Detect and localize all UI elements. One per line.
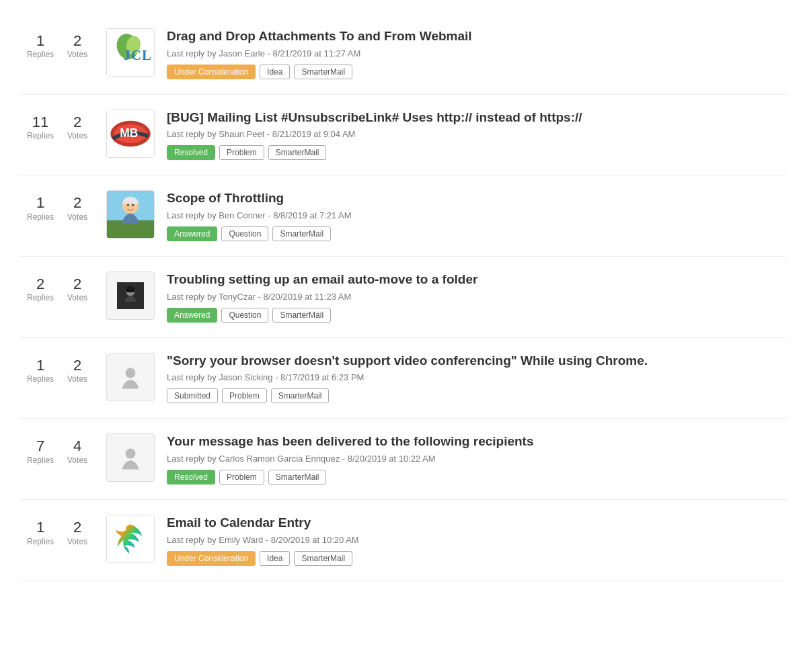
post-tags: Under ConsiderationIdeaSmarterMail bbox=[167, 65, 780, 79]
avatar-person bbox=[107, 434, 154, 481]
votes-label: Votes bbox=[67, 374, 87, 384]
tag-question: Question bbox=[221, 308, 268, 323]
post-stats: 1 Replies 2 Votes bbox=[27, 190, 94, 221]
tag-under-consideration: Under Consideration bbox=[167, 551, 256, 566]
replies-stat: 1 Replies bbox=[27, 519, 54, 546]
tag-resolved: Resolved bbox=[167, 470, 215, 485]
votes-count: 2 bbox=[73, 32, 81, 50]
post-content: "Sorry your browser doesn't support vide… bbox=[167, 353, 780, 404]
post-content: Your message has been delivered to the f… bbox=[167, 433, 780, 485]
post-content: Scope of Throttling Last reply by Ben Co… bbox=[167, 190, 780, 241]
replies-count: 1 bbox=[36, 519, 44, 536]
replies-count: 1 bbox=[36, 357, 44, 374]
replies-stat: 11 Replies bbox=[27, 114, 54, 140]
svg-point-16 bbox=[126, 368, 136, 378]
votes-stat: 4 Votes bbox=[67, 437, 87, 464]
votes-stat: 2 Votes bbox=[67, 114, 87, 140]
replies-stat: 1 Replies bbox=[27, 357, 54, 384]
votes-count: 2 bbox=[73, 276, 81, 293]
replies-label: Replies bbox=[27, 374, 54, 384]
replies-label: Replies bbox=[27, 50, 54, 59]
tag-question: Question bbox=[221, 226, 268, 241]
post-tags: AnsweredQuestionSmarterMail bbox=[167, 226, 780, 241]
post-title[interactable]: "Sorry your browser doesn't support vide… bbox=[167, 353, 780, 370]
avatar-dark-person bbox=[107, 272, 154, 319]
post-meta: Last reply by Jason Earle - 8/21/2019 at… bbox=[167, 48, 780, 58]
post-item: 2 Replies 2 Votes bbox=[20, 257, 787, 338]
replies-stat: 1 Replies bbox=[27, 32, 54, 59]
votes-label: Votes bbox=[67, 212, 87, 222]
tag-under-consideration: Under Consideration bbox=[167, 65, 256, 79]
avatar-wrap bbox=[106, 190, 155, 239]
post-item: 1 Replies 2 Votes bbox=[20, 175, 787, 257]
post-tags: ResolvedProblemSmarterMail bbox=[167, 145, 780, 160]
svg-point-17 bbox=[126, 449, 136, 459]
post-meta: Last reply by Emily Ward - 8/20/2019 at … bbox=[167, 535, 780, 545]
post-list: 1 Replies 2 Votes JCL bbox=[20, 13, 787, 581]
avatar-wrap: MB bbox=[106, 110, 155, 158]
avatar-face bbox=[107, 191, 154, 238]
tag-problem: Problem bbox=[222, 388, 267, 403]
avatar-person bbox=[107, 353, 154, 401]
post-title[interactable]: Your message has been delivered to the f… bbox=[167, 433, 780, 450]
post-title[interactable]: Troubling setting up an email auto-move … bbox=[167, 271, 780, 288]
svg-point-11 bbox=[127, 204, 130, 207]
post-stats: 7 Replies 4 Votes bbox=[27, 433, 94, 464]
tag-smartermail: SmarterMail bbox=[294, 65, 352, 79]
post-item: 1 Replies 2 Votes "Sorry your browser do… bbox=[20, 338, 787, 419]
svg-text:MB: MB bbox=[120, 126, 138, 140]
votes-stat: 2 Votes bbox=[67, 276, 87, 302]
tag-problem: Problem bbox=[219, 145, 264, 160]
replies-count: 2 bbox=[36, 276, 44, 293]
post-stats: 2 Replies 2 Votes bbox=[27, 271, 94, 302]
votes-count: 4 bbox=[73, 437, 81, 455]
post-content: Troubling setting up an email auto-move … bbox=[167, 271, 780, 323]
replies-label: Replies bbox=[27, 131, 54, 140]
replies-label: Replies bbox=[27, 456, 54, 465]
post-title[interactable]: Email to Calendar Entry bbox=[167, 515, 780, 532]
post-title[interactable]: Scope of Throttling bbox=[167, 190, 780, 207]
post-tags: ResolvedProblemSmarterMail bbox=[167, 470, 780, 485]
post-content: [BUG] Mailing List #UnsubscribeLink# Use… bbox=[167, 110, 780, 161]
svg-point-12 bbox=[132, 204, 134, 207]
post-tags: SubmittedProblemSmarterMail bbox=[167, 388, 780, 403]
tag-answered: Answered bbox=[167, 226, 217, 241]
post-meta: Last reply by Jason Sicking - 8/17/2019 … bbox=[167, 372, 780, 382]
post-title[interactable]: [BUG] Mailing List #UnsubscribeLink# Use… bbox=[167, 110, 780, 126]
replies-count: 7 bbox=[36, 437, 44, 455]
post-tags: AnsweredQuestionSmarterMail bbox=[167, 308, 780, 323]
avatar-wrap bbox=[106, 515, 155, 563]
replies-stat: 1 Replies bbox=[27, 194, 54, 221]
replies-count: 1 bbox=[36, 32, 44, 50]
votes-stat: 2 Votes bbox=[67, 32, 87, 59]
avatar-wrap bbox=[106, 433, 155, 482]
replies-count: 11 bbox=[32, 114, 48, 131]
votes-count: 2 bbox=[73, 114, 81, 131]
tag-idea: Idea bbox=[260, 551, 290, 566]
avatar-colorful bbox=[107, 515, 154, 562]
tag-resolved: Resolved bbox=[167, 145, 215, 160]
avatar-wrap bbox=[106, 271, 155, 320]
post-stats: 1 Replies 2 Votes bbox=[27, 353, 94, 384]
tag-answered: Answered bbox=[167, 308, 217, 323]
post-content: Drag and Drop Attachments To and From We… bbox=[167, 28, 780, 79]
votes-count: 2 bbox=[73, 357, 81, 374]
post-meta: Last reply by Ben Conner - 8/8/2019 at 7… bbox=[167, 210, 780, 220]
votes-label: Votes bbox=[67, 50, 87, 59]
tag-smartermail: SmarterMail bbox=[271, 388, 330, 403]
tag-smartermail: SmarterMail bbox=[272, 308, 331, 323]
replies-label: Replies bbox=[27, 537, 54, 546]
avatar-wrap: JCL bbox=[106, 28, 155, 77]
replies-stat: 2 Replies bbox=[27, 276, 54, 302]
votes-label: Votes bbox=[67, 293, 87, 302]
post-title[interactable]: Drag and Drop Attachments To and From We… bbox=[167, 28, 780, 45]
post-content: Email to Calendar Entry Last reply by Em… bbox=[167, 515, 780, 566]
post-meta: Last reply by TonyCzar - 8/20/2019 at 11… bbox=[167, 292, 780, 302]
post-item: 1 Replies 2 Votes JCL bbox=[20, 13, 787, 95]
replies-count: 1 bbox=[36, 194, 44, 212]
tag-smartermail: SmarterMail bbox=[268, 145, 327, 160]
tag-smartermail: SmarterMail bbox=[294, 551, 352, 566]
tag-submitted: Submitted bbox=[167, 388, 218, 403]
votes-count: 2 bbox=[73, 194, 81, 212]
post-item: 7 Replies 4 Votes Your message has been … bbox=[20, 419, 787, 500]
